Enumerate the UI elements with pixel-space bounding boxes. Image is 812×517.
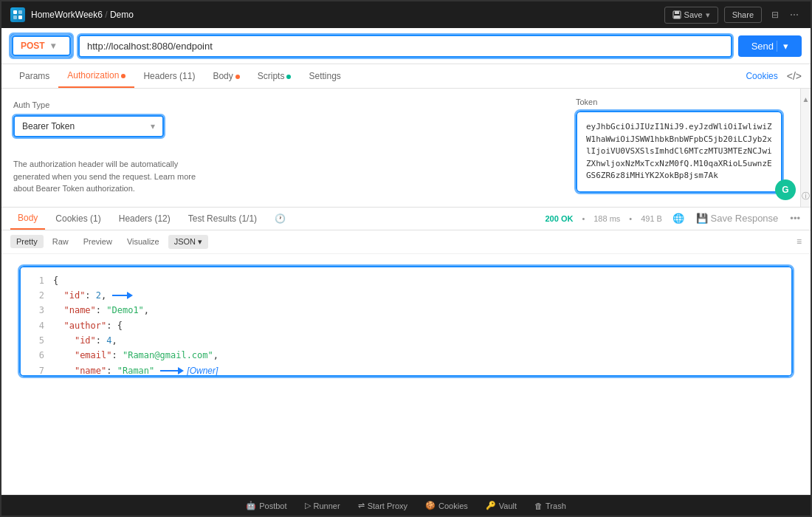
scroll-up-icon[interactable]: ▲ xyxy=(797,90,811,108)
svg-rect-5 xyxy=(675,11,679,14)
method-dropdown[interactable]: POST ▾ xyxy=(12,35,71,56)
bottom-bar: 🤖 Postbot ▷ Runner ⇌ Start Proxy 🍪 Cooki… xyxy=(1,495,811,516)
status-ok: 200 OK xyxy=(545,214,573,223)
trash-item[interactable]: 🗑 Trash xyxy=(534,501,566,510)
json-line-1: 1 { xyxy=(21,273,791,288)
breadcrumb: HomeWorkWeek6 / Demo xyxy=(31,10,134,20)
body-tab-dot xyxy=(235,75,240,79)
postbot-icon: 🤖 xyxy=(246,501,256,510)
response-body-area: Pretty Raw Preview Visualize JSON ▾ ≡ 1 … xyxy=(1,230,811,496)
tab-params[interactable]: Params xyxy=(10,65,58,87)
owner-label: [Owner] xyxy=(187,363,218,377)
token-value-box[interactable]: eyJhbGciOiJIUzI1NiJ9.eyJzdWliOiIwliwiZW1… xyxy=(576,111,782,193)
resp-meta: • xyxy=(582,214,585,223)
token-label: Token xyxy=(576,97,788,106)
postbot-item[interactable]: 🤖 Postbot xyxy=(246,501,286,510)
id-arrow xyxy=(112,292,133,299)
cookies-bottom-icon: 🍪 xyxy=(425,501,436,510)
sidebar-toggle-icon[interactable]: ⊟ xyxy=(768,7,782,22)
resp-tab-history[interactable]: 🕐 xyxy=(267,208,293,229)
json-content-area: 1 { 2 "id": 2, 3 xyxy=(1,254,811,496)
right-panel-icons: ▲ ⓘ xyxy=(800,89,811,207)
resp-tab-headers[interactable]: Headers (12) xyxy=(111,208,178,229)
auth-note: The authorization header will be automat… xyxy=(13,158,205,195)
top-bar-left: HomeWorkWeek6 / Demo xyxy=(10,7,134,22)
json-response-box: 1 { 2 "id": 2, 3 xyxy=(19,266,793,377)
url-input-wrapper xyxy=(78,35,732,58)
json-line-7: 7 "name": "Raman" [Owner] xyxy=(21,363,791,377)
request-tabs: Params Authorization Headers (11) Body S… xyxy=(1,64,811,89)
response-status-bar: 200 OK • 188 ms • 491 B 🌐 💾 Save Respons… xyxy=(545,211,802,225)
send-chevron: ▾ xyxy=(777,41,788,52)
svg-rect-6 xyxy=(674,16,680,18)
format-visualize[interactable]: Visualize xyxy=(121,235,165,248)
response-size: 491 B xyxy=(641,214,662,223)
scripts-tab-dot xyxy=(286,75,291,79)
runner-item[interactable]: ▷ Runner xyxy=(305,501,340,510)
auth-type-label: Auth Type xyxy=(13,100,552,109)
trash-icon: 🗑 xyxy=(534,501,543,510)
json-line-4: 4 "author": { xyxy=(21,318,791,333)
url-input[interactable] xyxy=(80,36,731,56)
svg-rect-1 xyxy=(18,10,22,14)
auth-tab-dot xyxy=(121,74,125,78)
url-bar: POST ▾ Send ▾ xyxy=(1,28,811,64)
auth-content-area: Auth Type Bearer Token ▾ The authorizati… xyxy=(1,89,811,208)
vault-item[interactable]: 🔑 Vault xyxy=(486,501,517,510)
filter-icon[interactable]: ≡ xyxy=(796,236,802,247)
tab-settings[interactable]: Settings xyxy=(300,65,349,87)
save-response-button[interactable]: 💾 Save Response xyxy=(695,211,780,225)
more-options-button[interactable]: ••• xyxy=(788,211,802,225)
app-logo xyxy=(10,7,25,22)
code-icon[interactable]: </> xyxy=(787,70,802,82)
resp-tab-body[interactable]: Body xyxy=(10,208,45,230)
json-line-3: 3 "name": "Demo1", xyxy=(21,303,791,318)
proxy-icon: ⇌ xyxy=(358,501,365,510)
json-line-6: 6 "email": "Raman@gmail.com", xyxy=(21,348,791,363)
start-proxy-item[interactable]: ⇌ Start Proxy xyxy=(358,501,407,510)
svg-rect-2 xyxy=(13,16,17,19)
bearer-token-dropdown[interactable]: Bearer Token ▾ xyxy=(15,117,162,136)
tab-body[interactable]: Body xyxy=(204,65,248,87)
json-format-dropdown[interactable]: JSON ▾ xyxy=(168,235,208,249)
json-line-2: 2 "id": 2, xyxy=(21,288,791,303)
cookies-bottom-item[interactable]: 🍪 Cookies xyxy=(425,501,468,510)
format-bar: Pretty Raw Preview Visualize JSON ▾ ≡ xyxy=(1,230,811,254)
globe-icon[interactable]: 🌐 xyxy=(671,211,686,225)
token-panel: Token eyJhbGciOiJIUzI1NiJ9.eyJzdWliOiIwl… xyxy=(564,89,800,207)
help-icon[interactable]: ⋯ xyxy=(787,7,802,22)
save-button[interactable]: Save ▾ xyxy=(664,7,718,24)
send-button[interactable]: Send ▾ xyxy=(738,35,802,57)
format-preview[interactable]: Preview xyxy=(78,235,118,248)
svg-rect-0 xyxy=(13,10,17,14)
format-pretty[interactable]: Pretty xyxy=(10,235,44,248)
auth-config-panel: Auth Type Bearer Token ▾ The authorizati… xyxy=(1,89,564,207)
vault-icon: 🔑 xyxy=(486,501,496,510)
tab-authorization[interactable]: Authorization xyxy=(58,64,134,88)
top-bar-icons: ⊟ ⋯ xyxy=(768,7,802,22)
top-bar-right: Save ▾ Share ⊟ ⋯ xyxy=(664,7,802,24)
grammarly-icon: G xyxy=(775,179,796,200)
response-tabs-row: Body Cookies (1) Headers (12) Test Resul… xyxy=(1,208,811,230)
top-bar: HomeWorkWeek6 / Demo Save ▾ Share ⊟ ⋯ xyxy=(1,1,811,28)
svg-rect-3 xyxy=(18,16,22,19)
name-arrow xyxy=(160,367,184,374)
response-time: 188 ms xyxy=(593,214,620,223)
format-raw[interactable]: Raw xyxy=(47,235,75,248)
resp-tab-test-results[interactable]: Test Results (1/1) xyxy=(181,208,264,229)
json-line-5: 5 "id": 4, xyxy=(21,333,791,348)
tab-scripts[interactable]: Scripts xyxy=(249,65,300,87)
runner-icon: ▷ xyxy=(305,501,311,510)
resp-tab-cookies[interactable]: Cookies (1) xyxy=(48,208,108,229)
tab-headers[interactable]: Headers (11) xyxy=(134,65,204,87)
resp-meta2: • xyxy=(629,214,632,223)
cookies-link[interactable]: Cookies xyxy=(746,65,777,87)
info-icon[interactable]: ⓘ xyxy=(797,188,811,205)
share-button[interactable]: Share xyxy=(724,7,762,23)
